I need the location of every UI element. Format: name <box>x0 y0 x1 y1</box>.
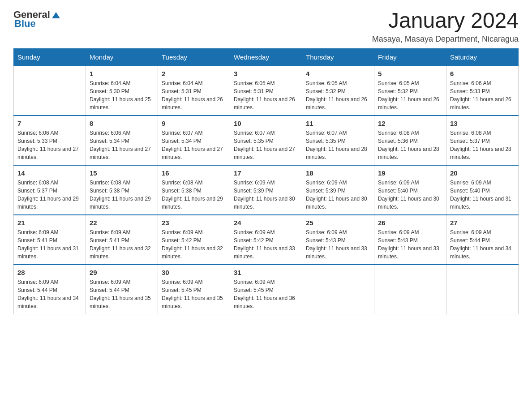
day-info: Sunrise: 6:09 AMSunset: 5:43 PMDaylight:… <box>378 228 442 261</box>
day-info: Sunrise: 6:09 AMSunset: 5:45 PMDaylight:… <box>234 278 298 310</box>
day-info: Sunrise: 6:09 AMSunset: 5:41 PMDaylight:… <box>90 228 154 261</box>
day-number: 2 <box>162 70 226 77</box>
day-info: Sunrise: 6:07 AMSunset: 5:34 PMDaylight:… <box>162 129 226 161</box>
weekday-header-row: SundayMondayTuesdayWednesdayThursdayFrid… <box>14 48 519 66</box>
day-number: 11 <box>306 120 370 127</box>
day-number: 21 <box>17 219 82 227</box>
calendar-cell: 10Sunrise: 6:07 AMSunset: 5:35 PMDayligh… <box>230 116 302 165</box>
day-number: 31 <box>234 269 298 276</box>
title-block: January 2024 Masaya, Masaya Department, … <box>372 9 519 44</box>
day-info: Sunrise: 6:05 AMSunset: 5:31 PMDaylight:… <box>234 79 298 111</box>
location-subtitle: Masaya, Masaya Department, Nicaragua <box>372 34 519 44</box>
calendar-cell: 5Sunrise: 6:05 AMSunset: 5:32 PMDaylight… <box>374 66 446 116</box>
calendar-cell: 20Sunrise: 6:09 AMSunset: 5:40 PMDayligh… <box>446 165 519 215</box>
logo-triangle-icon <box>51 10 61 20</box>
day-info: Sunrise: 6:08 AMSunset: 5:36 PMDaylight:… <box>378 129 442 161</box>
calendar-cell: 9Sunrise: 6:07 AMSunset: 5:34 PMDaylight… <box>158 116 230 165</box>
calendar-cell: 6Sunrise: 6:06 AMSunset: 5:33 PMDaylight… <box>446 66 519 116</box>
calendar-cell: 14Sunrise: 6:08 AMSunset: 5:37 PMDayligh… <box>14 165 86 215</box>
day-number: 17 <box>234 169 298 177</box>
svg-marker-0 <box>52 12 60 18</box>
day-info: Sunrise: 6:09 AMSunset: 5:44 PMDaylight:… <box>90 278 154 310</box>
calendar-cell: 18Sunrise: 6:09 AMSunset: 5:39 PMDayligh… <box>302 165 374 215</box>
day-info: Sunrise: 6:09 AMSunset: 5:41 PMDaylight:… <box>17 228 82 261</box>
calendar-cell: 27Sunrise: 6:09 AMSunset: 5:44 PMDayligh… <box>446 215 519 265</box>
month-title: January 2024 <box>372 9 519 33</box>
calendar-cell <box>446 265 519 314</box>
day-info: Sunrise: 6:04 AMSunset: 5:30 PMDaylight:… <box>90 79 154 111</box>
day-info: Sunrise: 6:09 AMSunset: 5:42 PMDaylight:… <box>162 228 226 261</box>
day-info: Sunrise: 6:09 AMSunset: 5:45 PMDaylight:… <box>162 278 226 310</box>
day-number: 16 <box>162 169 226 177</box>
day-number: 9 <box>162 120 226 127</box>
weekday-header-tuesday: Tuesday <box>158 48 230 66</box>
day-number: 26 <box>378 219 442 227</box>
calendar-cell: 11Sunrise: 6:07 AMSunset: 5:35 PMDayligh… <box>302 116 374 165</box>
calendar-table: SundayMondayTuesdayWednesdayThursdayFrid… <box>13 48 519 314</box>
calendar-week-row: 28Sunrise: 6:09 AMSunset: 5:44 PMDayligh… <box>14 265 519 314</box>
day-number: 12 <box>378 120 442 127</box>
calendar-cell: 12Sunrise: 6:08 AMSunset: 5:36 PMDayligh… <box>374 116 446 165</box>
day-info: Sunrise: 6:05 AMSunset: 5:32 PMDaylight:… <box>306 79 370 111</box>
day-info: Sunrise: 6:06 AMSunset: 5:34 PMDaylight:… <box>90 129 154 161</box>
calendar-cell: 16Sunrise: 6:08 AMSunset: 5:38 PMDayligh… <box>158 165 230 215</box>
day-info: Sunrise: 6:09 AMSunset: 5:44 PMDaylight:… <box>17 278 82 310</box>
calendar-cell: 25Sunrise: 6:09 AMSunset: 5:43 PMDayligh… <box>302 215 374 265</box>
calendar-cell: 17Sunrise: 6:09 AMSunset: 5:39 PMDayligh… <box>230 165 302 215</box>
day-info: Sunrise: 6:04 AMSunset: 5:31 PMDaylight:… <box>162 79 226 111</box>
day-number: 25 <box>306 219 370 227</box>
day-info: Sunrise: 6:07 AMSunset: 5:35 PMDaylight:… <box>306 129 370 161</box>
day-info: Sunrise: 6:09 AMSunset: 5:43 PMDaylight:… <box>306 228 370 261</box>
weekday-header-sunday: Sunday <box>14 48 86 66</box>
weekday-header-thursday: Thursday <box>302 48 374 66</box>
day-number: 7 <box>17 120 82 127</box>
day-info: Sunrise: 6:06 AMSunset: 5:33 PMDaylight:… <box>17 129 82 161</box>
day-number: 18 <box>306 169 370 177</box>
weekday-header-wednesday: Wednesday <box>230 48 302 66</box>
day-number: 27 <box>450 219 515 227</box>
day-number: 5 <box>378 70 442 77</box>
calendar-cell: 29Sunrise: 6:09 AMSunset: 5:44 PMDayligh… <box>86 265 158 314</box>
calendar-cell: 31Sunrise: 6:09 AMSunset: 5:45 PMDayligh… <box>230 265 302 314</box>
day-number: 22 <box>90 219 154 227</box>
calendar-cell: 28Sunrise: 6:09 AMSunset: 5:44 PMDayligh… <box>14 265 86 314</box>
day-number: 8 <box>90 120 154 127</box>
day-number: 29 <box>90 269 154 276</box>
day-number: 14 <box>17 169 82 177</box>
calendar-cell <box>374 265 446 314</box>
day-info: Sunrise: 6:05 AMSunset: 5:32 PMDaylight:… <box>378 79 442 111</box>
day-number: 24 <box>234 219 298 227</box>
calendar-week-row: 21Sunrise: 6:09 AMSunset: 5:41 PMDayligh… <box>14 215 519 265</box>
calendar-cell: 23Sunrise: 6:09 AMSunset: 5:42 PMDayligh… <box>158 215 230 265</box>
day-number: 1 <box>90 70 154 77</box>
calendar-cell: 30Sunrise: 6:09 AMSunset: 5:45 PMDayligh… <box>158 265 230 314</box>
day-number: 3 <box>234 70 298 77</box>
day-number: 20 <box>450 169 515 177</box>
calendar-cell: 13Sunrise: 6:08 AMSunset: 5:37 PMDayligh… <box>446 116 519 165</box>
day-info: Sunrise: 6:08 AMSunset: 5:37 PMDaylight:… <box>17 179 82 211</box>
day-number: 30 <box>162 269 226 276</box>
weekday-header-friday: Friday <box>374 48 446 66</box>
calendar-week-row: 14Sunrise: 6:08 AMSunset: 5:37 PMDayligh… <box>14 165 519 215</box>
calendar-cell: 2Sunrise: 6:04 AMSunset: 5:31 PMDaylight… <box>158 66 230 116</box>
day-info: Sunrise: 6:07 AMSunset: 5:35 PMDaylight:… <box>234 129 298 161</box>
calendar-cell: 15Sunrise: 6:08 AMSunset: 5:38 PMDayligh… <box>86 165 158 215</box>
calendar-cell: 22Sunrise: 6:09 AMSunset: 5:41 PMDayligh… <box>86 215 158 265</box>
day-number: 4 <box>306 70 370 77</box>
day-info: Sunrise: 6:08 AMSunset: 5:38 PMDaylight:… <box>162 179 226 211</box>
calendar-week-row: 1Sunrise: 6:04 AMSunset: 5:30 PMDaylight… <box>14 66 519 116</box>
calendar-header: SundayMondayTuesdayWednesdayThursdayFrid… <box>14 48 519 66</box>
day-info: Sunrise: 6:08 AMSunset: 5:37 PMDaylight:… <box>450 129 515 161</box>
weekday-header-saturday: Saturday <box>446 48 519 66</box>
day-info: Sunrise: 6:08 AMSunset: 5:38 PMDaylight:… <box>90 179 154 211</box>
day-number: 23 <box>162 219 226 227</box>
day-number: 15 <box>90 169 154 177</box>
calendar-cell <box>14 66 86 116</box>
weekday-header-monday: Monday <box>86 48 158 66</box>
calendar-cell: 19Sunrise: 6:09 AMSunset: 5:40 PMDayligh… <box>374 165 446 215</box>
calendar-cell: 21Sunrise: 6:09 AMSunset: 5:41 PMDayligh… <box>14 215 86 265</box>
calendar-cell: 3Sunrise: 6:05 AMSunset: 5:31 PMDaylight… <box>230 66 302 116</box>
day-number: 10 <box>234 120 298 127</box>
day-number: 28 <box>17 269 82 276</box>
calendar-cell: 1Sunrise: 6:04 AMSunset: 5:30 PMDaylight… <box>86 66 158 116</box>
